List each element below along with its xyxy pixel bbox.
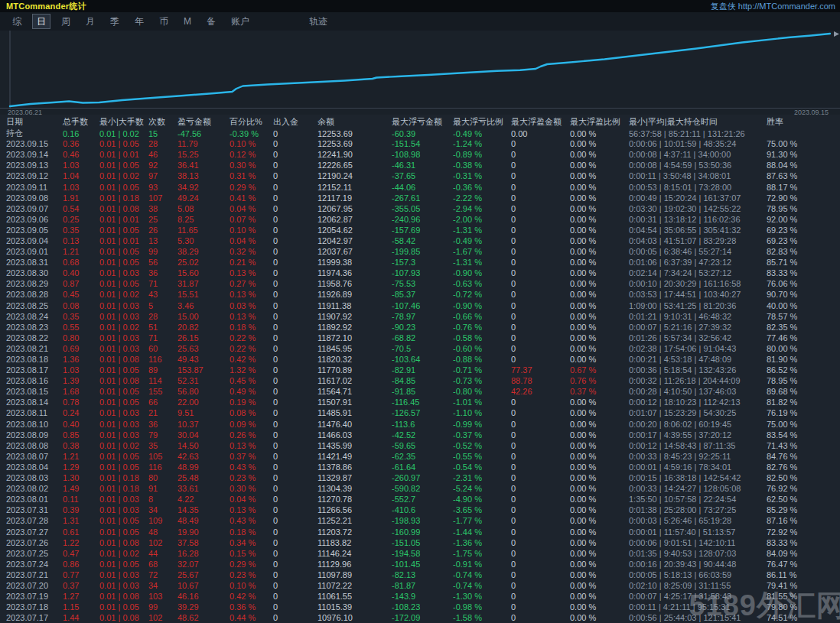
table-row[interactable]: 2023.09.081.910.01 | 0.1810749.240.41 %0… — [0, 193, 840, 203]
table-row[interactable]: 2023.07.191.270.01 | 0.0810346.160.42 %0… — [0, 591, 840, 602]
cell-max-float-profit-pct: 0.00 % — [570, 139, 629, 148]
cell-max-float-loss: -143.9 — [392, 592, 453, 601]
cell-profit: 20.82 — [177, 323, 230, 332]
table-row[interactable]: 2023.08.171.030.01 | 0.0589153.871.32 %0… — [0, 365, 840, 375]
cell-max-float-loss-pct: -1.30 % — [453, 592, 511, 601]
table-row[interactable]: 2023.08.041.290.01 | 0.0511648.990.43 %0… — [0, 462, 840, 472]
cell-cash-flow: 0 — [273, 226, 317, 235]
header-max-float-profit-pct: 最大浮盈比例 — [570, 116, 629, 128]
table-row[interactable]: 2023.07.261.220.01 | 0.0810237.580.34 %0… — [0, 537, 840, 548]
table-row[interactable]: 2023.08.220.800.01 | 0.037126.150.22 %01… — [0, 333, 840, 343]
table-row[interactable]: 2023.08.240.350.01 | 0.032815.000.13 %01… — [0, 311, 840, 322]
table-row[interactable]: 2023.09.060.250.01 | 0.01258.250.07 %012… — [0, 214, 840, 225]
menu-item-综[interactable]: 综 — [8, 14, 26, 29]
cell-percent: 0.04 % — [230, 236, 273, 245]
table-row[interactable]: 2023.08.021.490.01 | 0.189133.610.30 %01… — [0, 483, 840, 494]
cell-trades: 93 — [148, 183, 177, 192]
menu-item-币[interactable]: 币 — [155, 14, 173, 29]
table-row[interactable]: 2023.08.071.210.01 | 0.0510542.630.37 %0… — [0, 451, 840, 462]
table-row[interactable]: 2023.07.270.610.01 | 0.054819.900.18 %01… — [0, 526, 840, 537]
cell-max-float-profit-pct: 0.00 % — [570, 505, 629, 514]
table-row[interactable]: 2023.09.050.350.01 | 0.052611.650.10 %01… — [0, 225, 840, 235]
cell-percent: 0.13 % — [230, 441, 273, 450]
table-row[interactable]: 2023.09.150.360.01 | 0.052811.790.10 %01… — [0, 138, 840, 149]
menu-item-账户[interactable]: 账户 — [226, 14, 254, 29]
menu-item-月[interactable]: 月 — [81, 14, 99, 29]
cell-win-rate: 78.95 % — [767, 376, 840, 385]
cell-hold-time: 0:04:03 | 41:51:07 | 83:29:28 — [629, 236, 767, 245]
cell-win-rate: 81.82 % — [767, 397, 840, 407]
table-row[interactable]: 2023.07.240.860.01 | 0.056832.070.29 %01… — [0, 559, 840, 569]
table-row[interactable]: 2023.08.290.870.01 | 0.057131.870.27 %01… — [0, 278, 840, 289]
table-row[interactable]: 2023.08.080.380.01 | 0.023514.500.13 %01… — [0, 440, 840, 451]
table-row[interactable]: 2023.08.031.300.01 | 0.188025.480.23 %01… — [0, 472, 840, 483]
table-row[interactable]: 2023.08.210.690.01 | 0.036025.630.22 %01… — [0, 343, 840, 354]
cell-cash-flow: 0 — [273, 268, 317, 277]
cell-max-float-loss: -58.42 — [392, 236, 453, 245]
cell-min-max-lots: 0.01 | 0.01 — [99, 215, 148, 224]
table-row[interactable]: 2023.09.070.540.01 | 0.08385.080.04 %012… — [0, 203, 840, 214]
table-row[interactable]: 2023.07.310.390.01 | 0.033414.350.13 %01… — [0, 505, 840, 515]
cell-trades: 8 — [148, 495, 177, 504]
table-row[interactable]: 2023.09.140.460.01 | 0.014615.250.12 %01… — [0, 149, 840, 160]
table-row[interactable]: 2023.09.040.130.01 | 0.01135.300.04 %012… — [0, 235, 840, 246]
menu-item-M[interactable]: M — [179, 14, 196, 29]
cell-profit: 16.28 — [177, 549, 230, 558]
table-row[interactable]: 2023.09.011.210.01 | 0.059938.290.32 %01… — [0, 246, 840, 257]
cell-hold-time: 0:01:07 | 15:23:29 | 54:30:25 — [629, 408, 767, 417]
cell-date: 2023.09.14 — [6, 150, 63, 159]
table-row[interactable]: 2023.08.280.450.01 | 0.024315.510.13 %01… — [0, 289, 840, 300]
cell-cash-flow: 0 — [273, 204, 317, 213]
table-row[interactable]: 2023.09.111.030.01 | 0.059334.920.29 %01… — [0, 181, 840, 192]
position-row[interactable]: 持仓0.160.01 | 0.0215-47.56-0.39 %012253.6… — [0, 128, 840, 138]
table-row[interactable]: 2023.07.181.150.01 | 0.059939.290.36 %01… — [0, 602, 840, 612]
table-row[interactable]: 2023.08.100.400.01 | 0.033610.370.09 %01… — [0, 419, 840, 430]
table-row[interactable]: 2023.08.161.390.01 | 0.0811452.310.45 %0… — [0, 375, 840, 386]
table-row[interactable]: 2023.07.210.770.01 | 0.037225.670.23 %01… — [0, 569, 840, 580]
equity-curve-svg — [0, 31, 840, 115]
brand-link[interactable]: 复盘侠 http://MTCommander.com — [711, 1, 835, 12]
cell-date: 2023.09.11 — [6, 183, 63, 192]
cell-trades: 43 — [148, 290, 177, 299]
table-row[interactable]: 2023.09.121.040.01 | 0.029738.130.31 %01… — [0, 170, 840, 181]
table-row[interactable]: 2023.08.090.850.01 | 0.037930.040.26 %01… — [0, 430, 840, 440]
table-row[interactable]: 2023.08.140.780.01 | 0.056622.000.19 %01… — [0, 397, 840, 407]
cell-max-float-loss: -157.69 — [392, 226, 453, 235]
cell-total-lots: 1.91 — [63, 193, 99, 203]
menu-item-轨迹[interactable]: 轨迹 — [304, 14, 332, 29]
cell-max-float-loss: -107.46 — [392, 301, 453, 310]
cell-trades: 35 — [148, 441, 177, 450]
cell-total-lots: 0.35 — [63, 226, 99, 235]
table-row[interactable]: 2023.08.151.680.01 | 0.0515556.800.49 %0… — [0, 386, 840, 397]
table-row[interactable]: 2023.08.010.110.01 | 0.0384.220.04 %0112… — [0, 494, 840, 505]
menu-item-季[interactable]: 季 — [106, 14, 124, 29]
table-row[interactable]: 2023.07.171.440.01 | 0.0810248.620.44 %0… — [0, 612, 840, 623]
cell-cash-flow: 0 — [273, 420, 317, 429]
cell-trades: 116 — [148, 355, 177, 364]
cell-total-lots: 0.47 — [63, 549, 99, 558]
table-row[interactable]: 2023.08.230.550.01 | 0.025120.820.18 %01… — [0, 322, 840, 333]
table-row[interactable]: 2023.07.200.370.01 | 0.033410.670.10 %01… — [0, 580, 840, 591]
menu-item-备[interactable]: 备 — [202, 14, 220, 29]
table-row[interactable]: 2023.09.131.030.01 | 0.059236.410.30 %01… — [0, 160, 840, 170]
cell-max-float-loss-pct: -0.63 % — [453, 279, 511, 288]
cell-max-float-profit: 0 — [511, 613, 570, 622]
menu-item-日[interactable]: 日 — [32, 14, 50, 29]
table-row[interactable]: 2023.07.281.310.01 | 0.0510948.490.43 %0… — [0, 515, 840, 526]
cell-max-float-loss-pct: -2.22 % — [453, 193, 511, 203]
cell-date: 2023.08.04 — [6, 462, 63, 472]
cell-profit: 10.37 — [177, 420, 230, 429]
cell-max-float-profit-pct: 0.76 % — [570, 376, 629, 385]
menu-item-周[interactable]: 周 — [57, 14, 75, 29]
cell-win-rate: 76.19 % — [767, 408, 840, 417]
table-row[interactable]: 2023.08.110.240.01 | 0.03219.510.08 %011… — [0, 407, 840, 418]
cell-date: 2023.08.30 — [6, 268, 63, 277]
table-row[interactable]: 2023.07.250.470.01 | 0.024416.280.15 %01… — [0, 548, 840, 559]
cell-max-float-profit: 0 — [511, 333, 570, 342]
table-row[interactable]: 2023.08.310.680.01 | 0.055625.020.21 %01… — [0, 257, 840, 268]
table-row[interactable]: 2023.08.250.080.01 | 0.0353.460.03 %0119… — [0, 300, 840, 311]
menu-item-年[interactable]: 年 — [130, 14, 148, 29]
cell-max-float-profit-pct: 0.00 % — [570, 527, 629, 537]
table-row[interactable]: 2023.08.300.400.01 | 0.033615.600.13 %01… — [0, 268, 840, 278]
table-row[interactable]: 2023.08.181.360.01 | 0.0811649.430.42 %0… — [0, 354, 840, 365]
